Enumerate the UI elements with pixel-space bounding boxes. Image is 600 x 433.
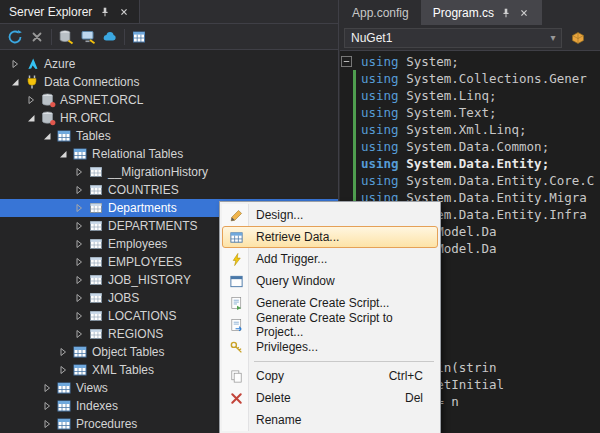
code-text: using System.Data.Common; [361,139,549,154]
chevron-expanded-icon[interactable] [24,111,38,125]
table-folder-icon [56,128,72,144]
tree-item-label: EMPLOYEES [108,255,182,269]
menu-item-label: Delete [249,391,291,405]
azure-icon [24,56,40,72]
chevron-collapsed-icon[interactable] [40,417,54,431]
tree-item-label: Views [76,381,108,395]
tab-app-config[interactable]: App.config [340,0,421,25]
project-combo[interactable]: NuGet1 ▾ [344,28,562,48]
tree-item-label: LOCATIONS [108,309,176,323]
chevron-collapsed-icon[interactable] [72,183,86,197]
fold-minus-icon[interactable] [340,56,353,67]
tree-item-countries[interactable]: COUNTRIES [0,181,338,199]
tree-item-migrationhistory[interactable]: __MigrationHistory [0,163,338,181]
menu-item-label: Generate Create Script to Project... [249,311,423,339]
tree-item-label: Azure [44,57,75,71]
change-tracking-bar [353,155,356,172]
server-explorer-toolbar [0,24,338,50]
menu-item-label: Query Window [249,274,335,288]
chevron-collapsed-icon[interactable] [72,327,86,341]
menu-item-privileges[interactable]: Privileges... [222,336,438,358]
chevron-collapsed-icon[interactable] [56,363,70,377]
tree-item-label: REGIONS [108,327,163,341]
menu-item-label: Rename [249,413,301,427]
tree-item-aspnet-orcl[interactable]: ASPNET.ORCL [0,91,338,109]
change-tracking-bar [353,70,356,87]
menu-item-label: Design... [249,208,303,222]
close-icon[interactable] [118,6,130,18]
menu-item-design[interactable]: Design... [222,204,438,226]
code-line: using System.Linq; [340,87,600,104]
code-text: using System.Linq; [361,88,496,103]
chevron-expanded-icon[interactable] [40,129,54,143]
code-text: using System.Xml.Linq; [361,122,527,137]
azure-cloud-icon[interactable] [99,27,121,47]
code-line: using System.Data.Common; [340,138,600,155]
menu-item-generate-create-script-to-project[interactable]: Generate Create Script to Project... [222,314,438,336]
tree-item-data-connections[interactable]: Data Connections [0,73,338,91]
connect-database-icon[interactable] [55,27,77,47]
code-line: using System.Text; [340,104,600,121]
tree-item-label: HR.ORCL [60,111,114,125]
tree-item-label: Data Connections [44,75,139,89]
menu-item-copy[interactable]: CopyCtrl+C [222,365,438,387]
chevron-collapsed-icon[interactable] [40,399,54,413]
chevron-collapsed-icon[interactable] [72,309,86,323]
refresh-icon[interactable] [4,27,26,47]
chevron-collapsed-icon[interactable] [40,381,54,395]
close-icon[interactable] [518,7,530,19]
tree-item-relational-tables[interactable]: Relational Tables [0,145,338,163]
tree-item-tables[interactable]: Tables [0,127,338,145]
tree-item-azure[interactable]: Azure [0,55,338,73]
chevron-collapsed-icon[interactable] [72,219,86,233]
keyword: using [361,156,399,171]
context-menu: Design...Retrieve Data...Add Trigger...Q… [219,201,441,433]
server-explorer-title-tab[interactable]: Server Explorer [0,0,140,23]
chevron-collapsed-icon[interactable] [72,201,86,215]
chevron-collapsed-icon[interactable] [72,237,86,251]
menu-item-shortcut: Ctrl+C [389,369,437,383]
chevron-collapsed-icon[interactable] [72,291,86,305]
chevron-down-icon: ▾ [545,32,561,43]
visual-studio-window: Server Explorer AzureData ConnectionsASP… [0,0,600,433]
code-text: using System.Collections.Gener [361,71,587,86]
tree-item-label: Indexes [76,399,118,413]
menu-item-delete[interactable]: DeleteDel [222,387,438,409]
tree-item-label: JOBS [108,291,139,305]
tree-item-hr-orcl[interactable]: HR.ORCL [0,109,338,127]
table-icon [88,200,104,216]
menu-item-retrieve-data[interactable]: Retrieve Data... [222,226,438,248]
tab-program-cs[interactable]: Program.cs [421,0,542,25]
keyword: using [361,105,399,120]
keyword: using [361,173,399,188]
keyword: using [361,54,399,69]
pin-icon[interactable] [500,7,512,19]
chevron-collapsed-icon[interactable] [8,57,22,71]
table-grid-icon[interactable] [128,27,150,47]
table-icon [88,182,104,198]
pin-icon[interactable] [99,6,111,18]
menu-item-rename[interactable]: Rename [222,409,438,431]
connect-server-icon[interactable] [77,27,99,47]
menu-item-query-window[interactable]: Query Window [222,270,438,292]
stop-refresh-icon[interactable] [26,27,48,47]
chevron-expanded-icon[interactable] [8,75,22,89]
chevron-collapsed-icon[interactable] [56,345,70,359]
chevron-collapsed-icon[interactable] [72,165,86,179]
chevron-collapsed-icon[interactable] [24,93,38,107]
tree-item-label: Relational Tables [92,147,183,161]
tab-label: App.config [352,6,409,20]
code-line: using System.Collections.Gener [340,70,600,87]
table-folder-icon [72,146,88,162]
chevron-collapsed-icon[interactable] [72,255,86,269]
chevron-expanded-icon[interactable] [56,147,70,161]
table-folder-icon [56,380,72,396]
server-explorer-titlebar: Server Explorer [0,0,338,24]
menu-item-add-trigger[interactable]: Add Trigger... [222,248,438,270]
menu-item-shortcut: Del [405,391,437,405]
chevron-collapsed-icon[interactable] [72,273,86,287]
table-icon [88,290,104,306]
toolbar-separator [124,29,125,45]
tab-label: Program.cs [433,6,494,20]
code-text: using System; [361,54,459,69]
